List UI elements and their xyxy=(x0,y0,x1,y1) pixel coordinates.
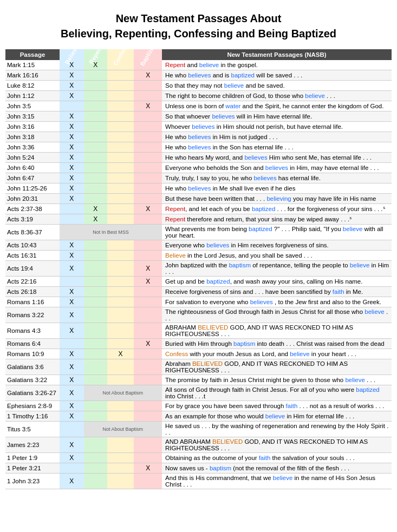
repent-cell xyxy=(84,359,107,375)
confess-cell xyxy=(107,142,134,153)
repent-cell xyxy=(84,163,107,173)
nasb-cell: He who hears My word, and believes Him w… xyxy=(162,153,392,163)
table-row: John 5:24XHe who hears My word, and beli… xyxy=(5,153,392,163)
believe-cell: X xyxy=(60,194,84,204)
repent-cell: X xyxy=(84,214,107,225)
baptized-cell: X xyxy=(134,463,162,474)
confess-cell xyxy=(107,453,134,463)
baptized-cell xyxy=(134,132,162,142)
believe-cell: X xyxy=(60,261,84,277)
baptized-cell xyxy=(134,474,162,489)
repent-cell xyxy=(84,251,107,261)
passage-cell: Romans 3:22 xyxy=(5,307,60,323)
believe-cell: X xyxy=(60,122,84,132)
baptized-cell xyxy=(134,240,162,251)
passage-cell: John 11:25-26 xyxy=(5,183,60,194)
passage-cell: John 3:18 xyxy=(5,132,60,142)
believe-cell xyxy=(60,101,84,111)
nasb-cell: Now saves us - baptism (not the removal … xyxy=(162,463,392,474)
repent-cell xyxy=(84,287,107,297)
believe-cell: X xyxy=(60,359,84,375)
repent-cell xyxy=(84,111,107,122)
passage-cell: Acts 10:43 xyxy=(5,240,60,251)
table-row: 1 Timothy 1:16XAs an example for those w… xyxy=(5,411,392,422)
repent-cell xyxy=(84,81,107,91)
table-row: Acts 8:36-37Not In Best MSSWhat prevents… xyxy=(5,225,392,240)
repent-cell xyxy=(84,349,107,359)
repent-cell xyxy=(84,297,107,307)
believe-cell: X xyxy=(60,437,84,453)
confess-cell xyxy=(107,339,134,349)
baptized-cell xyxy=(134,411,162,422)
table-row: John 3:16XWhoever believes in Him should… xyxy=(5,122,392,132)
nasb-cell: Get up and be baptized, and wash away yo… xyxy=(162,277,392,287)
repent-cell xyxy=(84,153,107,163)
believe-cell: X xyxy=(60,385,84,401)
baptized-cell: X xyxy=(134,277,162,287)
believe-cell xyxy=(60,277,84,287)
passage-cell: John 3:5 xyxy=(5,101,60,111)
repent-cell xyxy=(84,122,107,132)
confess-cell xyxy=(107,261,134,277)
nasb-cell: For by grace you have been saved through… xyxy=(162,401,392,411)
repent-cell xyxy=(84,437,107,453)
repent-cell xyxy=(84,261,107,277)
nasb-cell: John baptized with the baptism of repent… xyxy=(162,261,392,277)
believe-cell: X xyxy=(60,453,84,463)
passage-cell: Romans 6:4 xyxy=(5,339,60,349)
confess-cell xyxy=(107,323,134,339)
baptized-cell xyxy=(134,437,162,453)
believe-cell xyxy=(60,463,84,474)
nasb-cell: So that whoever believes will in Him hav… xyxy=(162,111,392,122)
baptized-cell xyxy=(134,194,162,204)
believe-cell: X xyxy=(60,111,84,122)
believe-header: Believe xyxy=(60,49,84,60)
passage-cell: Mark 16:16 xyxy=(5,70,60,81)
confess-cell xyxy=(107,60,134,70)
table-row: 1 John 3:23XAnd this is His commandment,… xyxy=(5,474,392,489)
passage-cell: 1 John 3:23 xyxy=(5,474,60,489)
passage-cell: Ephesians 2:8-9 xyxy=(5,401,60,411)
passage-cell: Acts 19:4 xyxy=(5,261,60,277)
repent-cell: Not About Baptism xyxy=(84,385,162,401)
passage-cell: Luke 8:12 xyxy=(5,81,60,91)
baptized-cell: X xyxy=(134,204,162,214)
nasb-cell: The righteousness of God through faith i… xyxy=(162,307,392,323)
table-row: John 6:40XEveryone who beholds the Son a… xyxy=(5,163,392,173)
nasb-cell: He who believes in Him is not judged . .… xyxy=(162,132,392,142)
believe-cell: Not In Best MSS xyxy=(60,225,162,240)
believe-cell: X xyxy=(60,81,84,91)
believe-cell: X xyxy=(60,307,84,323)
confess-cell xyxy=(107,81,134,91)
table-row: Ephesians 2:8-9XFor by grace you have be… xyxy=(5,401,392,411)
confess-cell xyxy=(107,401,134,411)
passage-cell: 1 Timothy 1:16 xyxy=(5,411,60,422)
nasb-cell: But these have been written that . . . b… xyxy=(162,194,392,204)
passage-cell: Acts 16:31 xyxy=(5,251,60,261)
confess-cell xyxy=(107,375,134,385)
believe-cell: X xyxy=(60,251,84,261)
believe-cell xyxy=(60,339,84,349)
table-row: Acts 19:4XXJohn baptized with the baptis… xyxy=(5,261,392,277)
confess-cell xyxy=(107,437,134,453)
nasb-cell: He who believes and is baptized will be … xyxy=(162,70,392,81)
passage-cell: John 6:40 xyxy=(5,163,60,173)
passage-cell: John 3:36 xyxy=(5,142,60,153)
table-row: John 3:5XUnless one is born of water and… xyxy=(5,101,392,111)
table-row: John 3:15XSo that whoever believes will … xyxy=(5,111,392,122)
repent-cell xyxy=(84,70,107,81)
repent-cell xyxy=(84,307,107,323)
nasb-cell: Truly, truly, I say to you, he who belie… xyxy=(162,173,392,183)
believe-cell: X xyxy=(60,375,84,385)
believe-cell: X xyxy=(60,240,84,251)
nasb-cell: Believe in the Lord Jesus, and you shall… xyxy=(162,251,392,261)
baptized-cell xyxy=(134,214,162,225)
believe-cell xyxy=(60,214,84,225)
nasb-header: New Testament Passages (NASB) xyxy=(162,49,392,60)
nasb-cell: ABRAHAM BELIEVED GOD, AND IT WAS RECKONE… xyxy=(162,323,392,339)
nasb-cell: The promise by faith in Jesus Christ mig… xyxy=(162,375,392,385)
confess-cell xyxy=(107,474,134,489)
nasb-cell: Whoever believes in Him should not peris… xyxy=(162,122,392,132)
baptized-cell xyxy=(134,453,162,463)
table-row: Titus 3:5Not About BaptismHe saved us . … xyxy=(5,422,392,437)
